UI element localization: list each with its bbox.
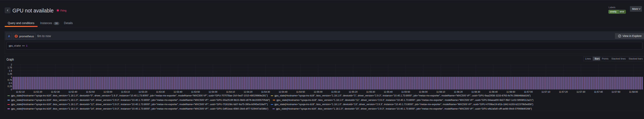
svg-text:11:53:50: 11:53:50: [191, 90, 200, 93]
svg-text:11:54:10: 11:54:10: [226, 90, 235, 93]
svg-text:11:53:10: 11:53:10: [121, 90, 130, 93]
svg-text:11:56:40: 11:56:40: [489, 90, 498, 93]
svg-text:11:56:50: 11:56:50: [506, 90, 515, 93]
svg-text:11:52:40: 11:52:40: [68, 90, 77, 93]
svg-text:11:56:00: 11:56:00: [419, 90, 428, 93]
svg-text:11:57:50: 11:57:50: [612, 90, 620, 93]
svg-text:1.25: 1.25: [8, 73, 12, 75]
svg-text:11:53:30: 11:53:30: [156, 90, 165, 93]
svg-text:11:55:10: 11:55:10: [331, 90, 340, 93]
svg-text:11:53:20: 11:53:20: [138, 90, 147, 93]
svg-text:11:54:40: 11:54:40: [279, 90, 288, 93]
svg-text:11:57:10: 11:57:10: [542, 90, 550, 93]
svg-text:11:53:00: 11:53:00: [104, 90, 112, 93]
svg-text:11:54:20: 11:54:20: [244, 90, 252, 93]
svg-text:0.5: 0.5: [9, 82, 12, 84]
svg-text:0.25: 0.25: [8, 85, 12, 88]
svg-text:0.75: 0.75: [8, 79, 12, 81]
svg-text:11:55:40: 11:55:40: [384, 90, 392, 93]
svg-text:2: 2: [11, 64, 12, 66]
svg-text:11:55:50: 11:55:50: [401, 90, 410, 93]
svg-text:11:54:30: 11:54:30: [261, 90, 270, 93]
svg-text:11:58:00: 11:58:00: [629, 90, 638, 93]
svg-text:1.75: 1.75: [8, 66, 12, 69]
svg-text:11:53:40: 11:53:40: [174, 90, 182, 93]
svg-text:11:56:30: 11:56:30: [472, 90, 480, 93]
svg-text:11:57:30: 11:57:30: [576, 90, 585, 93]
svg-text:11:57:40: 11:57:40: [594, 90, 603, 93]
svg-text:11:55:30: 11:55:30: [366, 90, 375, 93]
svg-text:1.5: 1.5: [9, 70, 12, 72]
svg-text:11:54:50: 11:54:50: [296, 90, 305, 93]
svg-text:11:57:20: 11:57:20: [559, 90, 568, 93]
svg-text:11:56:10: 11:56:10: [436, 90, 445, 93]
svg-text:11:57:00: 11:57:00: [524, 90, 532, 93]
svg-text:0: 0: [11, 88, 12, 91]
svg-text:11:52:10: 11:52:10: [16, 90, 25, 93]
svg-text:11:52:20: 11:52:20: [33, 90, 42, 93]
svg-text:1: 1: [11, 76, 12, 78]
svg-text:11:52:30: 11:52:30: [51, 90, 60, 93]
svg-text:11:56:20: 11:56:20: [454, 90, 462, 93]
svg-text:11:55:20: 11:55:20: [349, 90, 358, 93]
svg-text:11:52:50: 11:52:50: [86, 90, 95, 93]
svg-text:11:55:00: 11:55:00: [314, 90, 322, 93]
svg-text:11:54:00: 11:54:00: [209, 90, 218, 93]
